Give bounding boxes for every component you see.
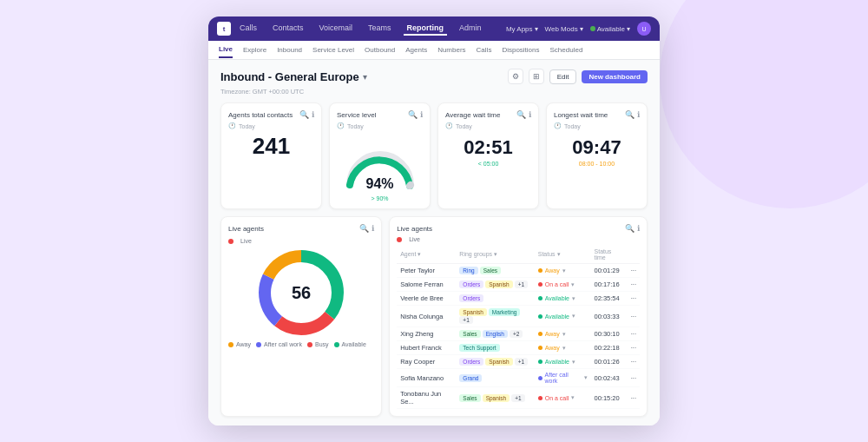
info-icon[interactable]: ℹ <box>637 224 640 233</box>
status-time: 00:17:16 <box>591 278 628 292</box>
status-time: 02:35:54 <box>591 292 628 306</box>
sub-nav-service-level[interactable]: Service Level <box>312 43 354 57</box>
more-options[interactable]: ··· <box>628 369 640 387</box>
info-icon[interactable]: ℹ <box>372 224 374 233</box>
info-icon[interactable]: ℹ <box>312 110 314 119</box>
legend-available: Available <box>334 341 366 347</box>
nav-item-voicemail[interactable]: Voicemail <box>316 22 357 36</box>
dashboard-title: Inbound - General Europe <box>220 70 359 83</box>
kpi-value: 02:51 <box>445 138 531 157</box>
dashboard-actions: ⚙ ⊞ Edit New dashboard <box>508 69 648 84</box>
legend-away: Away <box>228 341 251 347</box>
info-icon[interactable]: ℹ <box>420 110 423 119</box>
search-icon[interactable]: 🔍 <box>625 224 635 233</box>
agent-status: On a call▾ <box>535 387 591 409</box>
search-icon[interactable]: 🔍 <box>408 110 418 119</box>
table-title: Live agents <box>397 225 432 233</box>
info-icon[interactable]: ℹ <box>529 110 531 119</box>
my-apps-button[interactable]: My Apps ▾ <box>506 25 538 33</box>
nav-item-teams[interactable]: Teams <box>365 22 395 36</box>
nav-items: Calls Contacts Voicemail Teams Reporting… <box>236 22 501 36</box>
sub-nav-numbers[interactable]: Numbers <box>437 43 465 57</box>
kpi-cards-row: Agents total contacts 🔍 ℹ 🕐 Today 241 Se… <box>220 102 648 209</box>
kpi-card-agents-total-contacts: Agents total contacts 🔍 ℹ 🕐 Today 241 <box>220 102 322 209</box>
table-row: Salome FerranOrdersSpanish+1On a call▾00… <box>397 278 640 292</box>
legend-dot-after-call <box>256 342 261 347</box>
agent-status: On a call▾ <box>535 278 591 292</box>
sub-nav-outbound[interactable]: Outbound <box>365 43 395 57</box>
ring-group-tag: Spanish <box>485 280 513 288</box>
more-options[interactable]: ··· <box>628 341 640 355</box>
kpi-card-header: Longest wait time 🔍 ℹ <box>554 110 640 119</box>
ring-group-tag: Marketing <box>489 308 521 316</box>
more-options[interactable]: ··· <box>628 327 640 341</box>
ring-groups: SalesEnglish+2 <box>456 327 534 341</box>
ring-group-tag: +1 <box>511 394 524 402</box>
ring-group-tag: Sales <box>459 330 480 338</box>
chart-title: Live agents <box>228 225 264 233</box>
sub-nav-dispositions[interactable]: Dispositions <box>502 43 539 57</box>
sub-nav-live[interactable]: Live <box>219 42 233 58</box>
table-row: Xing ZhengSalesEnglish+2Away▾00:30:10··· <box>397 327 640 341</box>
ring-group-tag: Spanish <box>485 358 513 366</box>
agent-name: Salome Ferran <box>397 278 456 292</box>
search-icon[interactable]: 🔍 <box>299 110 309 119</box>
legend-dot-away <box>228 342 233 347</box>
sub-nav-calls[interactable]: Calls <box>477 43 492 57</box>
ring-group-tag: Orders <box>459 280 483 288</box>
new-dashboard-button[interactable]: New dashboard <box>582 70 648 83</box>
info-icon[interactable]: ℹ <box>637 110 640 119</box>
col-status[interactable]: Status ▾ <box>535 246 591 264</box>
nav-item-admin[interactable]: Admin <box>456 22 485 36</box>
more-options[interactable]: ··· <box>628 387 640 409</box>
table-row: Nisha ColungaSpanishMarketing+1Available… <box>397 306 640 327</box>
legend-label-busy: Busy <box>315 341 329 347</box>
agent-name: Veerle de Bree <box>397 292 456 306</box>
more-options[interactable]: ··· <box>628 355 640 369</box>
kpi-card-header: Average wait time 🔍 ℹ <box>445 110 531 119</box>
legend-busy: Busy <box>307 341 329 347</box>
col-status-time[interactable]: Status time <box>591 246 628 264</box>
bottom-row: Live agents 🔍 ℹ Live <box>220 216 648 417</box>
kpi-card-avg-wait: Average wait time 🔍 ℹ 🕐 Today 02:51 < 05… <box>437 102 539 209</box>
live-label: Live <box>409 236 420 242</box>
sub-nav-scheduled[interactable]: Scheduled <box>550 43 583 57</box>
more-options[interactable]: ··· <box>628 306 640 327</box>
more-options[interactable]: ··· <box>628 292 640 306</box>
settings-icon-button[interactable]: ⚙ <box>508 69 523 84</box>
nav-right: My Apps ▾ Web Mods ▾ Available ▾ U <box>506 22 651 36</box>
search-icon[interactable]: 🔍 <box>625 110 635 119</box>
agent-status: Away▾ <box>535 264 591 278</box>
col-agent[interactable]: Agent ▾ <box>397 246 456 264</box>
nav-item-contacts[interactable]: Contacts <box>269 22 307 36</box>
ring-groups: RingSales <box>456 264 534 278</box>
search-icon[interactable]: 🔍 <box>359 224 369 233</box>
sub-nav-inbound[interactable]: Inbound <box>277 43 302 57</box>
edit-button[interactable]: Edit <box>549 69 577 84</box>
kpi-sub: 🕐 Today <box>337 122 423 129</box>
live-indicator-dot <box>397 237 402 242</box>
grid-icon-button[interactable]: ⊞ <box>529 69 544 84</box>
agent-status: After call work▾ <box>535 369 591 387</box>
more-options[interactable]: ··· <box>628 264 640 278</box>
live-label: Live <box>240 238 252 244</box>
legend-dot-available <box>334 342 339 347</box>
web-mods-button[interactable]: Web Mods ▾ <box>545 25 583 33</box>
sub-nav-explore[interactable]: Explore <box>243 43 266 57</box>
nav-item-reporting[interactable]: Reporting <box>404 22 448 36</box>
table-icons: 🔍 ℹ <box>625 224 640 233</box>
col-ring-groups[interactable]: Ring groups ▾ <box>456 246 534 264</box>
sub-nav-agents[interactable]: Agents <box>405 43 427 57</box>
search-icon[interactable]: 🔍 <box>516 110 526 119</box>
chart-legend: Away After call work Busy Available <box>228 341 374 347</box>
clock-icon: 🕐 <box>337 122 345 129</box>
ring-groups: Tech Support <box>456 341 534 355</box>
ring-group-tag: Orders <box>459 358 483 366</box>
table-row: Veerle de BreeOrdersAvailable▾02:35:54··… <box>397 292 640 306</box>
title-dropdown-icon[interactable]: ▾ <box>363 72 367 82</box>
nav-item-calls[interactable]: Calls <box>236 22 260 36</box>
kpi-change: > 90% <box>337 195 423 201</box>
user-avatar[interactable]: U <box>637 22 651 36</box>
more-options[interactable]: ··· <box>628 278 640 292</box>
availability-status[interactable]: Available ▾ <box>590 25 630 33</box>
